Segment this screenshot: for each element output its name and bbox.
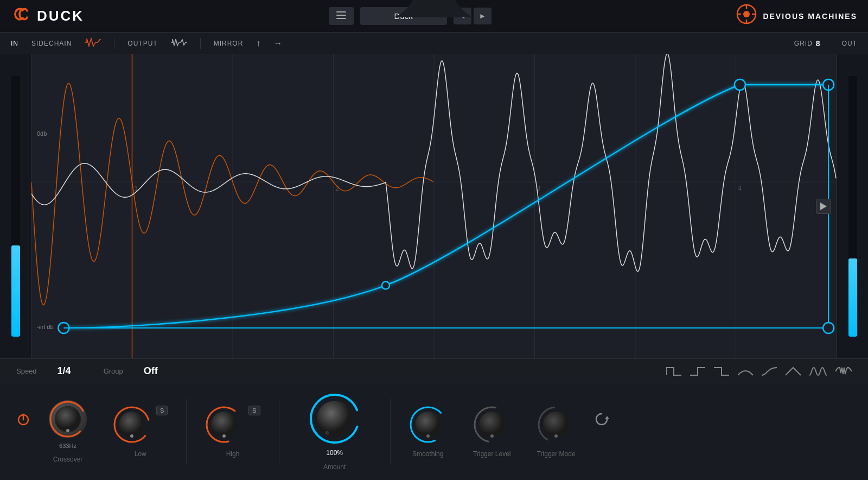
toolbar-output[interactable]: OUTPUT (127, 40, 157, 47)
trigger-level-group: Trigger Level (460, 406, 524, 458)
main-area: 0db -inf db (0, 54, 868, 358)
group-value[interactable]: Off (144, 365, 158, 377)
speed-label: Speed (16, 367, 37, 375)
logo-area: DUCK (11, 4, 84, 28)
svg-rect-0 (336, 11, 346, 12)
db-zero-label: 0db (37, 130, 47, 137)
low-s-badge[interactable]: S (156, 406, 168, 415)
reset-group (594, 412, 609, 452)
low-knob[interactable] (113, 406, 151, 444)
high-label: High (226, 450, 240, 458)
speed-bar: Speed 1/4 Group Off (0, 358, 868, 383)
preset-nav: ◄ ► (454, 8, 492, 24)
divider-2 (279, 399, 279, 464)
low-group: S Low (100, 406, 181, 458)
svg-point-15 (55, 407, 80, 432)
vu-bar-right (848, 76, 857, 337)
svg-point-22 (222, 434, 226, 438)
toolbar-sidechain[interactable]: SIDECHAIN (31, 40, 72, 47)
shape-curve-icon[interactable] (762, 365, 778, 376)
preset-next-button[interactable]: ► (474, 8, 492, 24)
menu-button[interactable] (329, 7, 354, 25)
crossover-freq: 633Hz (59, 443, 76, 449)
shape-arch-icon[interactable] (738, 365, 754, 376)
mirror-up-arrow[interactable]: ↑ (256, 39, 260, 48)
power-group (16, 412, 30, 451)
svg-point-24 (317, 401, 353, 437)
shape-ramp-down-icon[interactable] (714, 365, 730, 376)
header: DUCK Duck ◄ ► DEVIOU (0, 0, 868, 33)
svg-marker-35 (605, 416, 609, 419)
high-s-badge[interactable]: S (248, 406, 260, 415)
svg-point-21 (211, 412, 237, 438)
toolbar: IN SIDECHAIN OUTPUT MIRROR ↑ → GRID 8 OU… (0, 33, 868, 54)
crossover-group: 633Hz Crossover (36, 400, 100, 463)
shape-square-icon[interactable] (666, 365, 682, 376)
grid-label: GRID (794, 40, 813, 47)
header-center: Duck ◄ ► (329, 7, 492, 25)
arrow-button[interactable] (816, 199, 831, 214)
power-button[interactable] (16, 412, 30, 430)
svg-point-28 (426, 434, 430, 438)
smoothing-knob[interactable] (409, 406, 447, 444)
high-knob[interactable] (205, 406, 243, 444)
crossover-knob[interactable] (49, 400, 87, 438)
shape-complex-icon[interactable] (835, 365, 852, 376)
grid-value: 8 (816, 39, 820, 48)
controls-bar: 633Hz Crossover S Low (0, 383, 868, 480)
group-label: Group (104, 367, 123, 375)
reset-button[interactable] (594, 412, 609, 430)
svg-point-33 (543, 412, 569, 438)
crossover-label: Crossover (53, 456, 83, 463)
shape-sine-icon[interactable] (809, 365, 828, 376)
amount-knob[interactable] (309, 393, 361, 445)
vu-right (837, 54, 868, 358)
svg-rect-2 (336, 18, 346, 19)
amount-value: 100% (326, 449, 343, 457)
svg-point-27 (415, 412, 441, 438)
trigger-mode-label: Trigger Mode (537, 450, 576, 458)
toolbar-in: IN (11, 40, 18, 47)
trigger-mode-knob[interactable] (537, 406, 575, 444)
vu-fill-right (848, 258, 857, 337)
svg-point-19 (130, 434, 133, 438)
smoothing-group: Smoothing (396, 406, 460, 458)
preset-name-display: Duck (360, 7, 447, 25)
mirror-right-arrow[interactable]: → (273, 39, 282, 48)
divider-3 (390, 399, 391, 464)
inf-db-label: -inf db (37, 324, 54, 330)
output-waveform-icon (171, 37, 187, 49)
svg-point-25 (325, 431, 329, 435)
svg-point-16 (66, 429, 69, 432)
waveform-canvas-area[interactable] (31, 54, 837, 358)
toolbar-mirror[interactable]: MIRROR (214, 40, 244, 47)
preset-prev-button[interactable]: ◄ (454, 8, 471, 24)
svg-point-4 (743, 11, 750, 17)
toolbar-out: OUT (842, 40, 857, 47)
speed-value[interactable]: 1/4 (58, 365, 71, 377)
high-group: S High (192, 406, 273, 458)
shape-ramp-up-icon[interactable] (690, 365, 706, 376)
amount-group: 100% Amount (296, 393, 374, 471)
vu-fill-left (11, 245, 20, 337)
waveform-canvas[interactable] (31, 54, 837, 358)
svg-marker-9 (820, 203, 827, 210)
svg-point-31 (490, 434, 494, 438)
brand-name: DEVIOUS MACHINES (763, 12, 857, 21)
logo-icon (11, 4, 31, 28)
sidechain-waveform-icon (85, 37, 101, 49)
svg-point-34 (554, 434, 558, 438)
divider-1 (186, 399, 187, 464)
svg-rect-1 (336, 15, 346, 16)
shape-triangle-icon[interactable] (786, 365, 802, 376)
svg-point-30 (479, 412, 505, 438)
smoothing-label: Smoothing (412, 450, 443, 458)
svg-point-18 (119, 412, 145, 438)
trigger-level-label: Trigger Level (473, 450, 511, 458)
trigger-level-knob[interactable] (473, 406, 511, 444)
vu-bar-left (11, 76, 20, 337)
vu-left (0, 54, 31, 358)
brand-icon (736, 3, 757, 29)
amount-label: Amount (323, 463, 346, 471)
toolbar-right: GRID 8 (794, 39, 820, 48)
